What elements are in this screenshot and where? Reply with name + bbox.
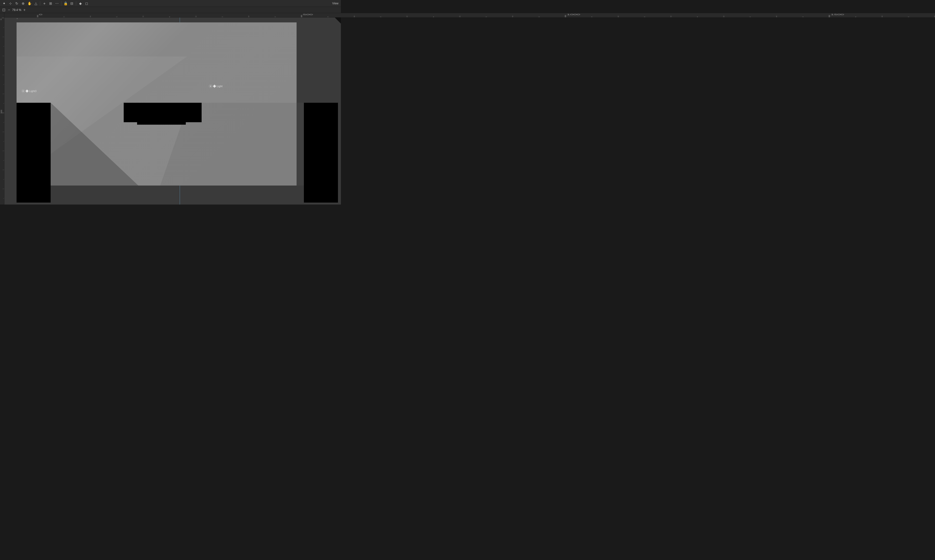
canvas-area[interactable]: Light Light3 + [5, 17, 341, 205]
zoom-in-btn[interactable]: + [22, 8, 26, 12]
grid-btn[interactable]: ⊞ [48, 1, 53, 6]
light-gizmo-circle [209, 85, 212, 88]
zoom-bar: ⊡ − 79.4 % + [0, 7, 341, 13]
light-gizmo-diamond [213, 85, 216, 88]
move-tool-btn[interactable]: ⊕ [20, 1, 26, 6]
toolbar-separator-2 [61, 1, 62, 6]
mask-btn[interactable]: ◻ [84, 1, 89, 6]
lock-btn[interactable]: 🔒 [63, 1, 68, 6]
light-gizmo[interactable]: Light [209, 85, 223, 88]
edit-points-btn[interactable]: ⋄ [42, 1, 47, 6]
corner-mark [329, 17, 341, 30]
paint-btn[interactable]: ◆ [78, 1, 83, 6]
light3-gizmo-circle-inner [22, 90, 24, 92]
platform-step-shape [137, 117, 186, 125]
main-area: Light Light3 + [0, 13, 341, 205]
draw-tool-btn[interactable]: △ [33, 1, 38, 6]
select-tool-btn[interactable]: ✦ [2, 1, 7, 6]
stage-black-left [17, 103, 51, 203]
ruler-top [5, 13, 341, 17]
pan-tool-btn[interactable]: ✋ [27, 1, 32, 6]
light-gizmo-circle-inner [210, 85, 211, 87]
toolbar: ✦ ⊹ ↻ ⊕ ✋ △ ⋄ ⊞ ⋯ 🔒 ⊟ ◆ ◻ View [0, 0, 341, 7]
ruler-left-canvas [0, 13, 4, 205]
ruler-top-canvas [5, 13, 341, 17]
rotate-tool-btn[interactable]: ↻ [14, 1, 20, 6]
light3-gizmo-circle [22, 89, 25, 93]
transform2-btn[interactable]: ⊟ [69, 1, 74, 6]
more-btn[interactable]: ⋯ [54, 1, 60, 6]
stage-black-right [304, 103, 338, 203]
light3-gizmo-diamond [25, 89, 29, 93]
transform-tool-btn[interactable]: ⊹ [8, 1, 13, 6]
zoom-fit-btn[interactable]: ⊡ [2, 8, 6, 12]
light-gizmo-label: Light [217, 85, 223, 88]
view-menu[interactable]: View [331, 1, 340, 6]
zoom-out-btn[interactable]: − [7, 8, 11, 12]
light3-gizmo-label: Light3 [29, 89, 37, 92]
light3-gizmo[interactable]: Light3 [22, 89, 37, 93]
origin-indicator: + [17, 17, 18, 20]
ruler-left [0, 13, 5, 205]
zoom-value: 79.4 % [12, 8, 21, 12]
toolbar-separator-3 [76, 1, 76, 6]
